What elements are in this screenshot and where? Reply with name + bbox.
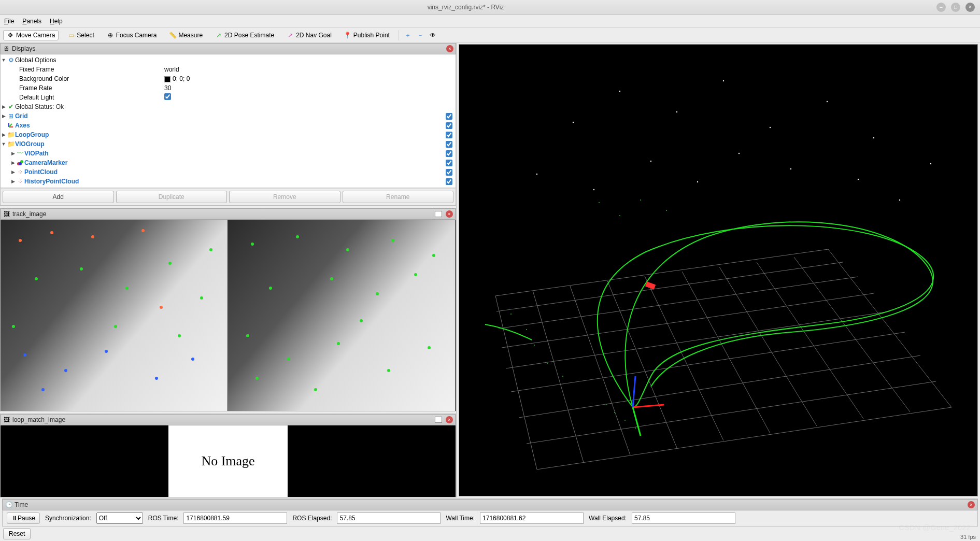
svg-point-54 xyxy=(640,200,641,201)
viopath-checkbox[interactable] xyxy=(446,150,452,157)
sync-label: Synchronization: xyxy=(45,515,91,522)
tool-publish-point[interactable]: 📍 Publish Point xyxy=(340,30,393,40)
svg-point-57 xyxy=(526,329,527,330)
tool-2d-pose-estimate[interactable]: ↗ 2D Pose Estimate xyxy=(211,30,278,40)
move-icon: ✥ xyxy=(7,32,14,39)
svg-point-32 xyxy=(723,80,724,81)
svg-point-30 xyxy=(619,91,620,92)
window-maximize-icon[interactable]: □ xyxy=(951,3,960,12)
svg-line-6 xyxy=(537,407,951,469)
svg-point-29 xyxy=(573,122,574,123)
folder-icon: 📁 xyxy=(7,140,15,148)
select-icon: ▭ xyxy=(67,32,75,39)
display-pointcloud[interactable]: PointCloud xyxy=(24,168,169,176)
display-loopgroup[interactable]: LoopGroup xyxy=(15,131,160,138)
loop-image-view[interactable]: No Image xyxy=(1,425,456,497)
pointcloud-checkbox[interactable] xyxy=(446,169,452,176)
nav-icon: ↗ xyxy=(287,32,294,39)
svg-line-21 xyxy=(719,267,817,426)
display-viogroup[interactable]: VIOGroup xyxy=(15,140,160,148)
global-options[interactable]: Global Options xyxy=(15,56,160,64)
minus-icon[interactable]: － xyxy=(417,32,424,39)
wall-elapsed-value[interactable] xyxy=(632,512,735,524)
svg-line-27 xyxy=(633,407,641,436)
svg-point-48 xyxy=(635,428,636,429)
historypointcloud-checkbox[interactable] xyxy=(446,178,452,185)
displays-buttons: Add Duplicate Remove Rename xyxy=(0,188,456,206)
prop-fixed-frame[interactable]: Fixed Frame xyxy=(19,66,164,73)
tool-measure[interactable]: 📏 Measure xyxy=(165,30,206,40)
svg-line-9 xyxy=(511,332,905,392)
track-image-header[interactable]: 🖼 track_image × xyxy=(1,208,456,220)
svg-line-16 xyxy=(533,291,584,462)
cameramarker-checkbox[interactable] xyxy=(446,160,452,166)
tool-focus-camera[interactable]: ⊕ Focus Camera xyxy=(103,30,161,40)
ros-elapsed-value[interactable] xyxy=(337,512,441,524)
eye-icon[interactable]: 👁 xyxy=(429,32,436,39)
svg-point-52 xyxy=(599,202,600,203)
3d-view[interactable] xyxy=(459,44,978,496)
svg-point-44 xyxy=(930,163,931,164)
ros-time-value[interactable] xyxy=(183,512,287,524)
viogroup-checkbox[interactable] xyxy=(446,141,452,148)
loopgroup-checkbox[interactable] xyxy=(446,132,452,138)
svg-line-8 xyxy=(519,355,920,418)
svg-point-43 xyxy=(899,200,900,201)
prop-default-light-checkbox[interactable] xyxy=(164,93,171,100)
display-grid[interactable]: Grid xyxy=(15,112,160,120)
tool-select[interactable]: ▭ Select xyxy=(64,30,97,40)
track-image-view[interactable] xyxy=(1,220,456,411)
3d-scene xyxy=(459,45,977,495)
prop-framerate-value[interactable]: 30 xyxy=(164,84,456,92)
reset-button[interactable]: Reset xyxy=(3,528,31,539)
tool-move-camera[interactable]: ✥ Move Camera xyxy=(3,30,59,40)
prop-framerate[interactable]: Frame Rate xyxy=(19,84,164,92)
panel-toggle-icon[interactable] xyxy=(435,211,442,217)
pause-button[interactable]: ⏸Pause xyxy=(7,512,40,524)
menubar: File Panels Help xyxy=(0,15,980,27)
svg-point-56 xyxy=(510,314,512,315)
add-button[interactable]: Add xyxy=(3,191,114,203)
display-historypointcloud[interactable]: HistoryPointCloud xyxy=(24,178,169,185)
menu-help[interactable]: Help xyxy=(50,18,63,25)
svg-line-10 xyxy=(506,311,889,368)
time-close-icon[interactable]: × xyxy=(968,501,975,508)
display-viopath[interactable]: VIOPath xyxy=(24,150,169,157)
track-close-icon[interactable]: × xyxy=(446,210,453,218)
prop-fixed-frame-value[interactable]: world xyxy=(164,66,456,73)
global-status[interactable]: Global Status: Ok xyxy=(15,103,160,110)
sync-select[interactable]: Off xyxy=(96,512,143,524)
time-panel-header[interactable]: 🕒 Time × xyxy=(3,499,977,510)
duplicate-button: Duplicate xyxy=(116,191,228,203)
panel-toggle-icon[interactable] xyxy=(435,417,442,423)
window-close-icon[interactable]: × xyxy=(965,3,975,12)
displays-tree[interactable]: ▼⚙Global Options Fixed Frameworld Backgr… xyxy=(0,54,456,188)
axes-checkbox[interactable] xyxy=(446,122,452,129)
rename-button: Rename xyxy=(343,191,454,203)
tool-2d-nav-goal[interactable]: ↗ 2D Nav Goal xyxy=(283,30,335,40)
menu-panels[interactable]: Panels xyxy=(22,18,41,25)
svg-point-40 xyxy=(697,181,698,182)
svg-point-34 xyxy=(827,101,828,102)
loop-close-icon[interactable]: × xyxy=(446,416,453,423)
display-cameramarker[interactable]: CameraMarker xyxy=(24,159,169,166)
plus-icon[interactable]: ＋ xyxy=(404,32,411,39)
displays-panel-header[interactable]: 🖥 Displays × xyxy=(0,43,456,54)
menu-file[interactable]: File xyxy=(4,18,14,25)
svg-point-37 xyxy=(593,189,594,190)
time-title: Time xyxy=(15,501,964,508)
pause-icon: ⏸ xyxy=(11,515,18,522)
svg-line-18 xyxy=(607,281,677,448)
prop-bg-color-value[interactable]: 0; 0; 0 xyxy=(164,75,456,82)
svg-point-41 xyxy=(650,161,651,162)
display-axes[interactable]: Axes xyxy=(15,122,160,129)
svg-line-14 xyxy=(495,249,828,296)
loop-image-header[interactable]: 🖼 loop_match_Image × xyxy=(1,414,456,425)
prop-bg-color[interactable]: Background Color xyxy=(19,75,164,82)
prop-default-light[interactable]: Default Light xyxy=(19,94,164,101)
wall-time-value[interactable] xyxy=(480,512,584,524)
displays-close-icon[interactable]: × xyxy=(446,45,453,52)
svg-point-39 xyxy=(738,153,740,154)
window-minimize-icon[interactable]: – xyxy=(936,3,946,12)
grid-checkbox[interactable] xyxy=(446,113,452,120)
